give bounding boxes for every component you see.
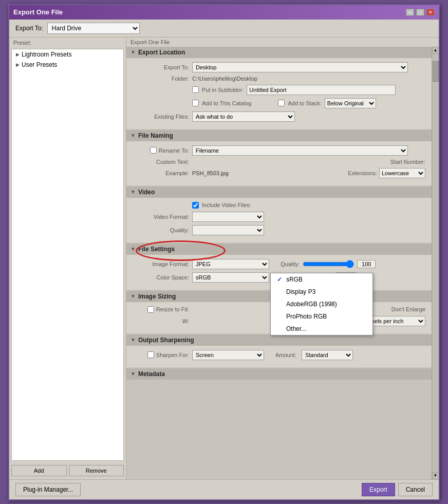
existing-files-select[interactable]: Ask what to do — [192, 111, 295, 122]
export-location-header[interactable]: ▼ Export Location — [126, 47, 432, 58]
scroll-thumb[interactable] — [433, 61, 439, 82]
minimize-button[interactable]: — — [406, 9, 414, 16]
file-naming-body: Rename To: Filename Custom Text: Start N… — [126, 141, 432, 185]
video-format-select[interactable] — [192, 212, 264, 222]
user-presets-arrow: ▶ — [16, 62, 20, 67]
plugin-manager-button[interactable]: Plug-in Manager... — [15, 483, 81, 496]
sidebar-item-user-presets[interactable]: ▶ User Presets — [12, 60, 123, 70]
video-quality-label: Quality: — [133, 227, 189, 233]
user-presets-label: User Presets — [22, 61, 57, 68]
output-sharpening-section: ▼ Output Sharpening Sharpen For: Screen — [126, 334, 432, 367]
include-video-row: Include Video Files: — [133, 202, 425, 209]
export-button[interactable]: Export — [362, 483, 395, 496]
toolbar: Export To: Hard Drive — [9, 20, 439, 38]
start-number-label: Start Number: — [390, 159, 425, 165]
sidebar-bottom: Add Remove — [9, 462, 126, 479]
scroll-up-button[interactable]: ▲ — [432, 47, 439, 54]
output-sharpening-arrow: ▼ — [130, 337, 136, 343]
add-to-stack-checkbox[interactable] — [278, 100, 285, 106]
sidebar-header: Preset: — [9, 38, 126, 48]
output-sharpening-body: Sharpen For: Screen Amount: Standard — [126, 346, 432, 367]
rename-to-checkbox[interactable] — [150, 147, 157, 154]
below-original-select[interactable]: Below Original — [325, 98, 376, 108]
export-location-section: ▼ Export Location Export To: Desktop — [126, 47, 432, 129]
add-to-catalog-label: Add to This Catalog — [202, 100, 251, 106]
sidebar-item-lightroom-presets[interactable]: ▶ Lightroom Presets — [12, 49, 123, 60]
scroll-down-button[interactable]: ▼ — [432, 472, 439, 479]
include-video-checkbox[interactable] — [192, 202, 199, 209]
quality-value: 100 — [357, 260, 376, 268]
adobergb-label: AdobeRGB (1998) — [286, 301, 337, 308]
sidebar-content: ▶ Lightroom Presets ▶ User Presets — [11, 49, 124, 461]
resize-to-fit-checkbox[interactable] — [147, 306, 154, 313]
extensions-label: Extensions: — [348, 170, 377, 176]
file-settings-header[interactable]: ▼ File Settings — [126, 244, 432, 255]
bottom-left: Plug-in Manager... — [15, 483, 81, 496]
rename-to-label: Rename To: — [159, 147, 189, 154]
put-in-subfolder-label: Put in Subfolder: — [202, 87, 244, 93]
bottom-bar: Plug-in Manager... Export Cancel — [9, 479, 439, 499]
export-to-row: Export To: Desktop — [133, 62, 425, 72]
main-content: Preset: ▶ Lightroom Presets ▶ User Prese… — [9, 38, 439, 479]
video-quality-select[interactable] — [192, 225, 264, 235]
add-button[interactable]: Add — [11, 465, 67, 476]
image-format-select[interactable]: JPEG — [192, 259, 269, 269]
example-value: PSH_8503.jpg — [192, 170, 229, 176]
video-section: ▼ Video Include Video Files: Video Forma… — [126, 186, 432, 242]
right-panel: Export One File ▼ Export Location Export… — [126, 38, 439, 479]
dropdown-item-adobergb[interactable]: AdobeRGB (1998) — [271, 298, 372, 310]
folder-value: C:\Users\phelling\Desktop — [192, 76, 257, 82]
main-window: Export One File — □ ✕ Export To: Hard Dr… — [8, 4, 440, 500]
close-button[interactable]: ✕ — [426, 9, 435, 16]
output-sharpening-header[interactable]: ▼ Output Sharpening — [126, 334, 432, 346]
catalog-stack-row: Add to This Catalog Add to Stack: Below … — [133, 98, 425, 108]
resolution-unit-select[interactable]: pixels per inch — [364, 316, 425, 326]
rename-to-select[interactable]: Filename — [192, 145, 408, 156]
subfolder-input[interactable] — [247, 85, 396, 95]
file-naming-header[interactable]: ▼ File Naming — [126, 130, 432, 141]
video-format-row: Video Format: — [133, 212, 425, 222]
amount-label: Amount: — [275, 352, 296, 358]
add-to-stack-label: Add to Stack: — [288, 100, 321, 106]
sidebar: Preset: ▶ Lightroom Presets ▶ User Prese… — [9, 38, 126, 479]
remove-button[interactable]: Remove — [69, 465, 124, 476]
dropdown-item-display-p3[interactable]: Display P3 — [271, 286, 372, 298]
video-body: Include Video Files: Video Format: Quali… — [126, 198, 432, 242]
metadata-header[interactable]: ▼ Metadata — [126, 368, 432, 380]
rename-to-row: Rename To: Filename — [133, 145, 425, 156]
color-space-select[interactable]: sRGB — [192, 272, 269, 283]
panel-header: Export One File — [126, 38, 439, 47]
maximize-button[interactable]: □ — [416, 9, 424, 16]
custom-text-label: Custom Text: — [133, 159, 189, 165]
video-title: Video — [138, 189, 155, 196]
metadata-arrow: ▼ — [130, 371, 136, 377]
file-settings-title: File Settings — [138, 246, 175, 253]
title-bar-buttons: — □ ✕ — [406, 9, 435, 16]
put-in-subfolder-checkbox[interactable] — [192, 86, 199, 93]
amount-select[interactable]: Standard — [302, 350, 353, 360]
video-header[interactable]: ▼ Video — [126, 186, 432, 198]
sharpen-for-row: Sharpen For: Screen Amount: Standard — [133, 350, 425, 360]
image-sizing-title: Image Sizing — [138, 293, 176, 300]
export-to-select[interactable]: Desktop — [192, 62, 408, 72]
export-to-toolbar-select[interactable]: Hard Drive — [47, 23, 140, 34]
export-location-body: Export To: Desktop Folder: C:\Users\phel… — [126, 58, 432, 129]
dropdown-item-other[interactable]: Other... — [271, 323, 372, 335]
title-bar: Export One File — □ ✕ — [9, 5, 439, 20]
dropdown-item-prophoto[interactable]: ProPhoto RGB — [271, 310, 372, 323]
sharpen-for-select[interactable]: Screen — [192, 350, 264, 360]
quality-slider[interactable] — [303, 260, 354, 268]
extensions-select[interactable]: Lowercase — [379, 168, 425, 178]
dropdown-item-srgb[interactable]: ✓ sRGB — [271, 273, 372, 286]
export-location-arrow: ▼ — [130, 49, 136, 55]
window-title: Export One File — [13, 8, 63, 16]
existing-files-row: Existing Files: Ask what to do — [133, 111, 425, 122]
video-format-label: Video Format: — [133, 214, 189, 220]
sharpen-for-checkbox[interactable] — [147, 351, 154, 358]
sharpen-for-label: Sharpen For: — [156, 352, 189, 358]
preset-label: Preset: — [13, 40, 31, 46]
scrollbar: ▲ ▼ — [432, 47, 439, 479]
cancel-button[interactable]: Cancel — [398, 483, 433, 496]
add-to-catalog-checkbox[interactable] — [192, 100, 199, 106]
metadata-section: ▼ Metadata — [126, 368, 432, 380]
